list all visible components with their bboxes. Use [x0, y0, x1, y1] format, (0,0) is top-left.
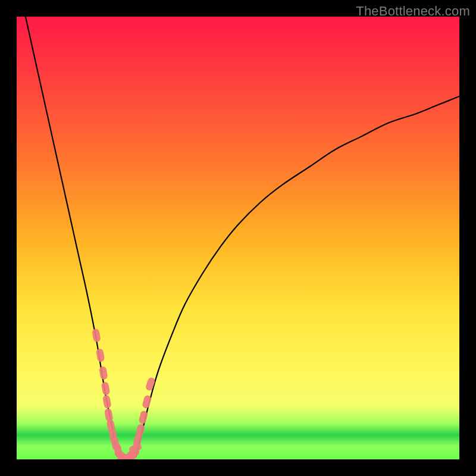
marker-group	[92, 328, 156, 459]
curve-path-group	[26, 17, 459, 459]
curve-marker	[92, 328, 101, 343]
watermark-text: TheBottleneck.com	[356, 4, 470, 19]
curve-marker	[135, 424, 145, 438]
curve-marker	[99, 366, 108, 380]
curve-layer	[17, 17, 459, 459]
chart-stage: TheBottleneck.com	[0, 0, 476, 476]
bottleneck-curve	[26, 17, 459, 459]
curve-marker	[102, 394, 112, 409]
plot-area	[17, 17, 459, 459]
curve-marker	[138, 410, 148, 424]
curve-marker	[101, 381, 111, 396]
curve-marker	[96, 348, 105, 362]
